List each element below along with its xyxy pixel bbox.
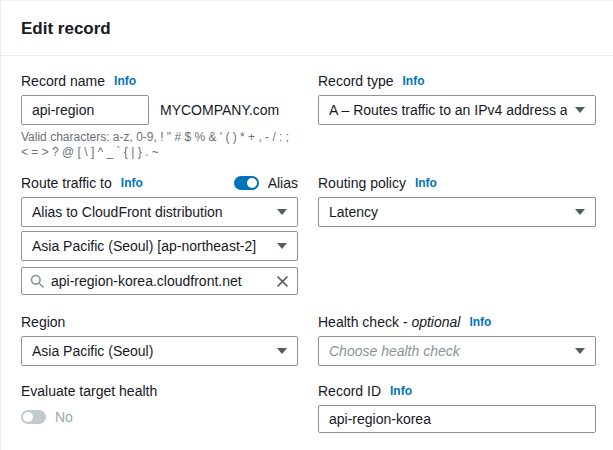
evaluate-target-health-label: Evaluate target health (21, 382, 157, 400)
record-type-info-link[interactable]: Info (402, 72, 424, 90)
alias-endpoint-selected-value: Alias to CloudFront distribution (32, 204, 269, 220)
chevron-down-icon (575, 209, 585, 215)
evaluate-target-health-toggle[interactable] (21, 410, 46, 424)
region-group: Region Asia Pacific (Seoul) (21, 313, 298, 366)
chevron-down-icon (277, 243, 287, 249)
record-type-label: Record type (318, 72, 393, 90)
evaluate-target-health-group: Evaluate target health No (21, 382, 298, 425)
routing-policy-select[interactable]: Latency (318, 197, 596, 227)
record-type-group: Record type Info A – Routes traffic to a… (318, 72, 596, 125)
record-name-input[interactable] (21, 95, 149, 125)
alias-toggle-label: Alias (268, 174, 298, 192)
domain-suffix: MYCOMPANY.com (160, 102, 279, 118)
alias-region-select[interactable]: Asia Pacific (Seoul) [ap-northeast-2] (21, 231, 298, 261)
routing-policy-info-link[interactable]: Info (415, 174, 437, 192)
record-id-input[interactable] (318, 405, 596, 433)
record-name-group: Record name Info MYCOMPANY.com Valid cha… (21, 72, 298, 160)
health-check-group: Health check - optional Info Choose heal… (318, 313, 596, 366)
routing-policy-selected-value: Latency (329, 204, 567, 220)
dialog-header: Edit record (1, 1, 613, 56)
clear-input-icon[interactable] (276, 275, 289, 288)
distribution-search-field (21, 267, 298, 295)
region-select[interactable]: Asia Pacific (Seoul) (21, 336, 298, 366)
record-type-select[interactable]: A – Routes traffic to an IPv4 address a.… (318, 95, 596, 125)
toggle-knob (247, 178, 257, 188)
health-check-optional-text: - optional (399, 314, 460, 330)
chevron-down-icon (575, 107, 585, 113)
route-traffic-label: Route traffic to (21, 174, 112, 192)
record-id-info-link[interactable]: Info (390, 382, 412, 400)
distribution-search-input[interactable] (44, 269, 276, 293)
region-label: Region (21, 313, 65, 331)
toggle-knob (23, 412, 33, 422)
route-traffic-group: Route traffic to Info Alias Alias to Clo… (21, 174, 298, 295)
alias-endpoint-select[interactable]: Alias to CloudFront distribution (21, 197, 298, 227)
alias-region-selected-value: Asia Pacific (Seoul) [ap-northeast-2] (32, 238, 269, 254)
routing-policy-label: Routing policy (318, 174, 406, 192)
record-name-info-link[interactable]: Info (114, 72, 136, 90)
chevron-down-icon (277, 348, 287, 354)
chevron-down-icon (575, 348, 585, 354)
record-name-label: Record name (21, 72, 105, 90)
record-name-helper-text: Valid characters: a-z, 0-9, ! " # $ % & … (21, 130, 298, 160)
region-selected-value: Asia Pacific (Seoul) (32, 343, 269, 359)
edit-record-form: Record name Info MYCOMPANY.com Valid cha… (1, 56, 613, 433)
record-id-label: Record ID (318, 382, 381, 400)
alias-toggle[interactable] (234, 176, 259, 190)
health-check-info-link[interactable]: Info (469, 313, 491, 331)
health-check-select[interactable]: Choose health check (318, 336, 596, 366)
chevron-down-icon (277, 209, 287, 215)
search-icon (30, 274, 44, 288)
page-title: Edit record (21, 19, 593, 39)
health-check-placeholder: Choose health check (329, 343, 567, 359)
routing-policy-group: Routing policy Info Latency (318, 174, 596, 227)
evaluate-target-health-toggle-label: No (55, 409, 73, 425)
route-traffic-info-link[interactable]: Info (121, 174, 143, 192)
health-check-label: Health check - optional (318, 313, 460, 331)
record-type-selected-value: A – Routes traffic to an IPv4 address a.… (329, 102, 567, 118)
record-id-group: Record ID Info (318, 382, 596, 433)
